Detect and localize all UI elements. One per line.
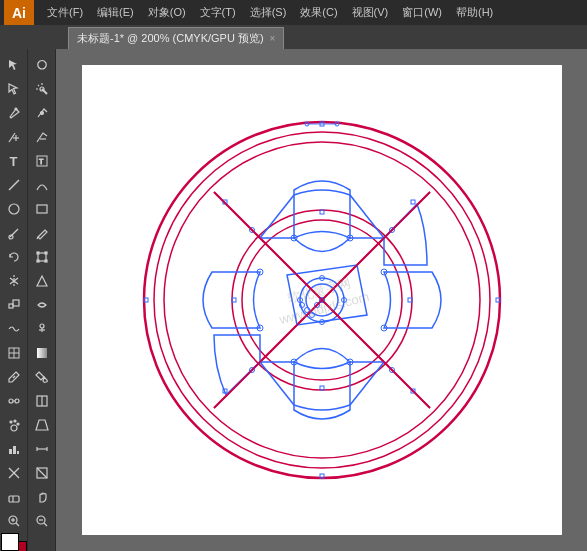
svg-line-35 xyxy=(42,89,47,94)
svg-point-0 xyxy=(15,108,17,110)
svg-rect-48 xyxy=(45,252,47,254)
svg-rect-47 xyxy=(37,252,39,254)
tab-close-button[interactable]: × xyxy=(270,33,276,44)
line-tool[interactable] xyxy=(1,173,27,197)
svg-point-14 xyxy=(15,399,19,403)
scale-tool[interactable] xyxy=(1,293,27,317)
menu-object[interactable]: 对象(O) xyxy=(141,2,193,23)
eraser-tool[interactable] xyxy=(1,485,27,509)
svg-rect-8 xyxy=(13,300,19,306)
gradient-mesh-tool[interactable] xyxy=(1,341,27,365)
svg-rect-103 xyxy=(411,200,415,204)
svg-line-45 xyxy=(37,237,38,239)
svg-point-19 xyxy=(17,423,19,425)
perspective-tool[interactable] xyxy=(29,413,55,437)
document-tab[interactable]: 未标题-1* @ 200% (CMYK/GPU 预览) × xyxy=(68,27,284,49)
rectangle-tool[interactable] xyxy=(29,197,55,221)
magic-wand-tool[interactable] xyxy=(29,77,55,101)
column-graph-tool[interactable] xyxy=(1,437,27,461)
svg-rect-20 xyxy=(9,449,12,454)
gradient-tool[interactable] xyxy=(29,341,55,365)
pencil-tool[interactable] xyxy=(29,221,55,245)
menu-view[interactable]: 视图(V) xyxy=(345,2,396,23)
svg-point-17 xyxy=(10,421,12,423)
tab-label: 未标题-1* @ 200% (CMYK/GPU 预览) xyxy=(77,31,264,46)
menu-file[interactable]: 文件(F) xyxy=(40,2,90,23)
artboard: 软化量字网 www.ddjxls.com xyxy=(82,65,562,535)
svg-rect-44 xyxy=(37,205,47,213)
tools-panel: T xyxy=(0,49,28,551)
paintbrush-tool[interactable] xyxy=(1,221,27,245)
svg-rect-22 xyxy=(17,451,19,454)
svg-point-18 xyxy=(14,420,16,422)
fg-bg-swatches[interactable] xyxy=(1,533,27,551)
warp-tool[interactable] xyxy=(1,317,27,341)
symbol-spray-tool[interactable] xyxy=(1,413,27,437)
svg-line-12 xyxy=(13,376,15,378)
svg-point-13 xyxy=(9,399,13,403)
menu-window[interactable]: 窗口(W) xyxy=(395,2,449,23)
eyedropper-tool[interactable] xyxy=(1,365,27,389)
zoom-out-tool[interactable] xyxy=(29,509,55,533)
svg-point-40 xyxy=(40,112,43,115)
canvas-area[interactable]: 软化量字网 www.ddjxls.com xyxy=(56,49,587,551)
svg-line-63 xyxy=(44,523,47,526)
menu-effect[interactable]: 效果(C) xyxy=(293,2,344,23)
svg-rect-54 xyxy=(37,348,47,358)
svg-rect-7 xyxy=(9,304,13,308)
svg-rect-21 xyxy=(13,446,16,454)
menu-text[interactable]: 文字(T) xyxy=(193,2,243,23)
add-anchor-tool[interactable] xyxy=(1,125,27,149)
hand-tool[interactable] xyxy=(29,485,55,509)
direct-selection-tool[interactable] xyxy=(1,77,27,101)
color-swatch-area xyxy=(0,533,29,551)
svg-rect-50 xyxy=(45,260,47,262)
svg-rect-25 xyxy=(9,496,19,502)
width-tool[interactable] xyxy=(29,293,55,317)
main-area: T xyxy=(0,49,587,551)
zoom-tool[interactable] xyxy=(1,509,27,533)
svg-line-3 xyxy=(9,180,19,190)
area-type-tool[interactable]: T xyxy=(29,149,55,173)
artwork-svg xyxy=(132,110,512,490)
svg-point-16 xyxy=(11,425,17,431)
paint-bucket-tool[interactable] xyxy=(29,365,55,389)
delete-anchor-tool[interactable] xyxy=(29,125,55,149)
puppet-warp-tool[interactable] xyxy=(29,317,55,341)
pen-tool[interactable] xyxy=(1,101,27,125)
foreground-color-swatch[interactable] xyxy=(1,533,19,551)
menu-bar: Ai 文件(F) 编辑(E) 对象(O) 文字(T) 选择(S) 效果(C) 视… xyxy=(0,0,587,25)
blend-tool[interactable] xyxy=(1,389,27,413)
tab-bar: 未标题-1* @ 200% (CMYK/GPU 预览) × xyxy=(0,25,587,49)
live-paint-selection-tool[interactable] xyxy=(29,389,55,413)
shaper-tool[interactable] xyxy=(29,269,55,293)
convert-anchor-tool[interactable] xyxy=(29,101,55,125)
slice-tool[interactable] xyxy=(1,461,27,485)
svg-line-37 xyxy=(38,85,39,86)
svg-rect-49 xyxy=(37,260,39,262)
selection-tool[interactable] xyxy=(1,53,27,77)
tools-panel-2: T xyxy=(28,49,56,551)
slice-select-tool[interactable] xyxy=(29,461,55,485)
app-logo: Ai xyxy=(4,0,34,25)
menu-select[interactable]: 选择(S) xyxy=(243,2,294,23)
svg-line-61 xyxy=(37,468,47,478)
reflect-tool[interactable] xyxy=(1,269,27,293)
type-tool[interactable]: T xyxy=(1,149,27,173)
menu-edit[interactable]: 编辑(E) xyxy=(90,2,141,23)
ellipse-tool[interactable] xyxy=(1,197,27,221)
arc-tool[interactable] xyxy=(29,173,55,197)
svg-point-51 xyxy=(40,324,44,328)
svg-line-28 xyxy=(16,523,19,526)
svg-text:T: T xyxy=(39,158,44,165)
rotate-tool[interactable] xyxy=(1,245,27,269)
measure-tool[interactable] xyxy=(29,437,55,461)
svg-point-4 xyxy=(9,204,19,214)
free-transform-tool[interactable] xyxy=(29,245,55,269)
menu-help[interactable]: 帮助(H) xyxy=(449,2,500,23)
lasso-tool[interactable] xyxy=(29,53,55,77)
